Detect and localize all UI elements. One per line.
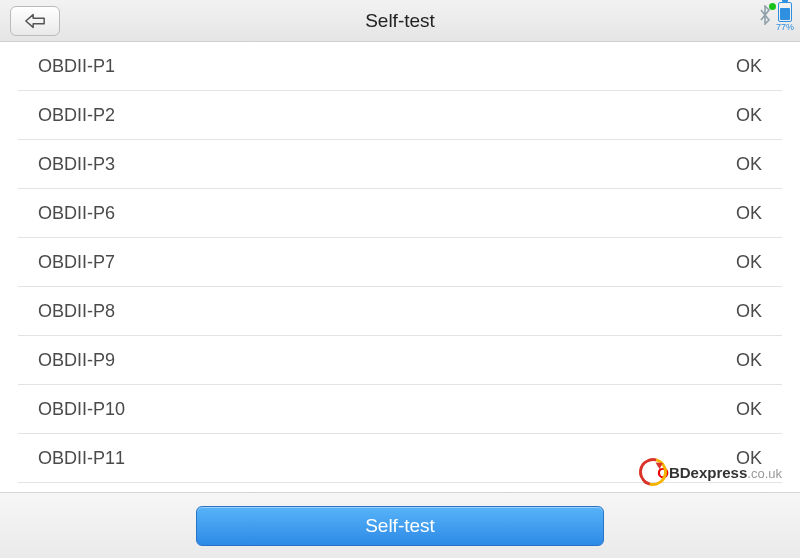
result-status: OK bbox=[736, 154, 762, 175]
result-status: OK bbox=[736, 350, 762, 371]
footer-bar: Self-test bbox=[0, 492, 800, 558]
self-test-button[interactable]: Self-test bbox=[196, 506, 604, 546]
result-status: OK bbox=[736, 56, 762, 77]
result-row[interactable]: OBDII-P8OK bbox=[18, 287, 782, 336]
result-status: OK bbox=[736, 301, 762, 322]
result-status: OK bbox=[736, 203, 762, 224]
result-row[interactable]: OBDII-P2OK bbox=[18, 91, 782, 140]
result-label: OBDII-P7 bbox=[38, 252, 115, 273]
result-label: OBDII-P3 bbox=[38, 154, 115, 175]
battery-indicator: 77% bbox=[776, 2, 794, 32]
result-row[interactable]: OBDII-P10OK bbox=[18, 385, 782, 434]
result-label: OBDII-P6 bbox=[38, 203, 115, 224]
result-label: OBDII-P8 bbox=[38, 301, 115, 322]
result-label: OBDII-P10 bbox=[38, 399, 125, 420]
result-status: OK bbox=[736, 448, 762, 469]
page-title: Self-test bbox=[0, 10, 800, 32]
result-row[interactable]: OBDII-P6OK bbox=[18, 189, 782, 238]
result-status: OK bbox=[736, 105, 762, 126]
result-label: OBDII-P2 bbox=[38, 105, 115, 126]
result-row[interactable]: OBDII-P9OK bbox=[18, 336, 782, 385]
result-status: OK bbox=[736, 252, 762, 273]
bluetooth-connected-dot-icon bbox=[769, 3, 776, 10]
back-arrow-icon bbox=[24, 13, 46, 29]
battery-icon bbox=[778, 2, 792, 22]
battery-percent-label: 77% bbox=[776, 22, 794, 32]
result-status: OK bbox=[736, 399, 762, 420]
result-row[interactable]: OBDII-P7OK bbox=[18, 238, 782, 287]
result-row[interactable]: OBDII-P11OK bbox=[18, 434, 782, 483]
results-list[interactable]: OBDII-P1OKOBDII-P2OKOBDII-P3OKOBDII-P6OK… bbox=[0, 42, 800, 483]
result-row[interactable]: OBDII-P3OK bbox=[18, 140, 782, 189]
header-bar: Self-test 77% bbox=[0, 0, 800, 42]
result-label: OBDII-P1 bbox=[38, 56, 115, 77]
battery-fill bbox=[780, 8, 790, 20]
result-label: OBDII-P9 bbox=[38, 350, 115, 371]
result-label: OBDII-P11 bbox=[38, 448, 125, 469]
status-area: 77% bbox=[758, 2, 794, 32]
bluetooth-icon bbox=[758, 5, 772, 29]
result-row[interactable]: OBDII-P1OK bbox=[18, 42, 782, 91]
back-button[interactable] bbox=[10, 6, 60, 36]
